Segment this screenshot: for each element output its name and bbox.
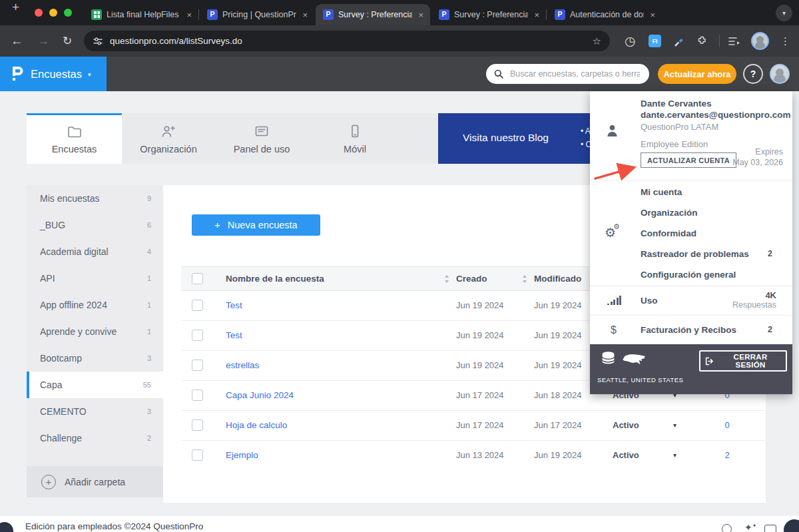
tab-search-chevron-icon[interactable]: ▾ [776, 5, 792, 21]
row-checkbox[interactable] [192, 390, 203, 401]
created-cell: Jun 13 2024 [456, 441, 504, 466]
browser-tab[interactable]: Survey : Preferencias d × [431, 4, 546, 25]
column-modified[interactable]: Modificado [534, 267, 581, 290]
forward-icon[interactable]: → [37, 25, 49, 57]
search-input[interactable] [509, 69, 641, 79]
row-checkbox[interactable] [192, 330, 203, 341]
sort-modified-icon[interactable] [523, 275, 527, 283]
browser-tab[interactable]: Pricing | QuestionPro H × [200, 4, 314, 25]
menu-item-label: Mi cuenta [641, 182, 682, 202]
browser-tab[interactable]: Survey : Preferencias d × [316, 4, 430, 25]
product-switcher[interactable]: Encuestas ▾ [0, 57, 107, 91]
folder-label: Aprende y convive [40, 326, 147, 337]
column-created[interactable]: Creado [456, 267, 487, 290]
sidebar-folder[interactable]: API 1 [27, 265, 163, 292]
browser-toolbar: ← → ↻ questionpro.com/a/listSurveys.do ☆… [0, 25, 799, 57]
tab-organizacion[interactable]: Organización [122, 113, 215, 164]
tab-title: Survey : Preferencias d [454, 10, 528, 19]
account-menu-item[interactable]: Conformidad [590, 223, 792, 244]
browser-tab[interactable]: Lista final HelpFiles - U × [84, 4, 198, 25]
screen: Lista final HelpFiles - U × Pricing | Qu… [0, 0, 799, 532]
logout-button[interactable]: CERRAR SESIÓN [699, 350, 787, 372]
survey-name-link[interactable]: Capa Junio 2024 [226, 381, 294, 410]
global-search[interactable] [486, 64, 649, 84]
survey-name-link[interactable]: Test [226, 321, 242, 350]
back-icon[interactable]: ← [11, 25, 23, 57]
history-extension-icon[interactable]: ◷ [625, 25, 636, 57]
status-label[interactable]: Activo [613, 411, 639, 440]
account-avatar[interactable] [770, 64, 790, 84]
sidebar-folder[interactable]: Capa 55 [27, 372, 163, 398]
eyedropper-extension-icon[interactable] [673, 25, 684, 57]
sidebar-folder[interactable]: _BUG 6 [27, 212, 163, 238]
tab-movil[interactable]: Móvil [308, 113, 401, 164]
tab-close-icon[interactable]: × [533, 10, 541, 20]
sidebar-folder[interactable]: Mis encuestas 9 [27, 185, 163, 212]
select-all-checkbox[interactable] [192, 273, 203, 284]
site-settings-icon[interactable] [93, 37, 103, 46]
status-caret-icon[interactable]: ▾ [673, 411, 676, 440]
usage-label: Uso [641, 286, 658, 315]
folder-count: 6 [147, 221, 151, 229]
upgrade-account-button[interactable]: ACTUALIZAR CUENTA [641, 152, 736, 168]
help-button[interactable]: ? [743, 64, 763, 84]
row-checkbox[interactable] [192, 300, 203, 311]
account-menu-item[interactable]: Organización [590, 202, 792, 223]
window-close-button[interactable] [35, 9, 43, 17]
tab-encuestas[interactable]: Encuestas [27, 113, 122, 164]
tab-close-icon[interactable]: × [417, 10, 425, 20]
add-folder-button[interactable]: + Añadir carpeta [27, 466, 163, 497]
sidebar-folder[interactable]: App offline 2024 1 [27, 292, 163, 318]
search-icon [494, 69, 503, 79]
browser-profile-avatar[interactable] [751, 32, 769, 50]
extensions-puzzle-icon[interactable] [696, 25, 708, 57]
responses-count[interactable]: 0 [710, 411, 744, 440]
survey-name-link[interactable]: Ejemplo [226, 441, 258, 466]
usage-menu-item[interactable]: Uso 4K Respuestas [590, 286, 792, 315]
reading-list-icon[interactable] [728, 25, 740, 57]
sort-created-icon[interactable] [445, 275, 449, 283]
survey-name-link[interactable]: Hoja de calculo [226, 411, 287, 440]
window-minimize-button[interactable] [49, 9, 57, 17]
row-checkbox[interactable] [192, 360, 203, 371]
account-email: dante.cervantes@questionpro.com [641, 110, 790, 120]
sidebar-folder[interactable]: CEMENTO 3 [27, 398, 163, 425]
row-checkbox[interactable] [192, 419, 203, 431]
browser-tab[interactable]: Autenticación de domi × [547, 4, 662, 25]
folder-count: 9 [147, 194, 151, 202]
upgrade-now-button[interactable]: Actualizar ahora [658, 64, 736, 84]
tab-close-icon[interactable]: × [649, 10, 657, 20]
survey-name-link[interactable]: Test [226, 291, 242, 320]
user-icon [607, 125, 618, 140]
survey-name-link[interactable]: estrellas [226, 351, 259, 380]
address-bar[interactable]: questionpro.com/a/listSurveys.do ☆ [84, 31, 610, 51]
status-caret-icon[interactable]: ▾ [673, 441, 676, 466]
window-zoom-button[interactable] [64, 9, 72, 17]
account-menu-item[interactable]: Rastreador de problemas 2 [590, 244, 792, 264]
reload-icon[interactable]: ↻ [63, 25, 72, 57]
usage-panel-icon [253, 123, 270, 139]
tab-close-icon[interactable]: × [301, 10, 309, 20]
account-menu-item[interactable]: Configuración general [590, 264, 792, 285]
browser-menu-kebab-icon[interactable]: ⋮ [780, 25, 790, 57]
globe-icon[interactable] [722, 524, 732, 532]
bookmark-star-icon[interactable]: ☆ [593, 35, 601, 47]
billing-menu-item[interactable]: $ Facturación y Recibos 2 [590, 316, 792, 344]
tab-close-icon[interactable]: × [185, 10, 193, 20]
sparkle-icon[interactable]: ✦✦ [744, 522, 756, 532]
fi-extension-icon[interactable]: FI [649, 25, 661, 57]
sidebar-folder[interactable]: Bootcamp 3 [27, 345, 163, 372]
new-survey-button[interactable]: + Nueva encuesta [192, 214, 320, 236]
sidebar-folder[interactable]: Challenge 2 [27, 425, 163, 451]
folder-list: Mis encuestas 9 _BUG 6 Academia digital … [27, 185, 163, 451]
sidebar-folder[interactable]: Academia digital 4 [27, 238, 163, 265]
status-label[interactable]: Activo [613, 441, 639, 466]
annotation-arrow-icon [590, 154, 645, 189]
tab-panel-de-uso[interactable]: Panel de uso [215, 113, 308, 164]
plus-icon: + [214, 220, 220, 230]
row-checkbox[interactable] [192, 449, 203, 461]
monitor-icon[interactable] [764, 525, 776, 532]
sidebar-folder[interactable]: Aprende y convive 1 [27, 318, 163, 345]
responses-count[interactable]: 2 [710, 441, 744, 466]
copyright-text: Edición para empleados ©2024 QuestionPro [25, 521, 203, 531]
